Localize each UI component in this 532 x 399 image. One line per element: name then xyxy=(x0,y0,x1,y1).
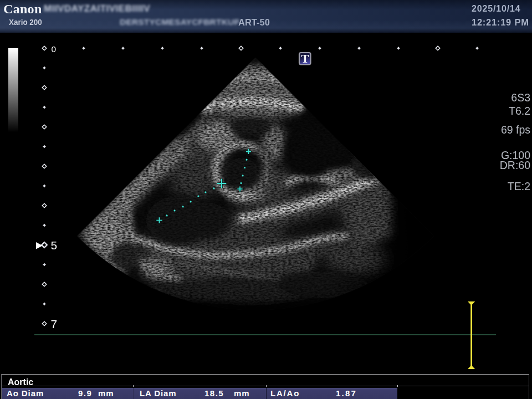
svg-text:7: 7 xyxy=(51,318,58,330)
svg-text:T: T xyxy=(301,52,309,65)
svg-text:5: 5 xyxy=(51,239,58,252)
svg-text:0: 0 xyxy=(52,44,57,54)
